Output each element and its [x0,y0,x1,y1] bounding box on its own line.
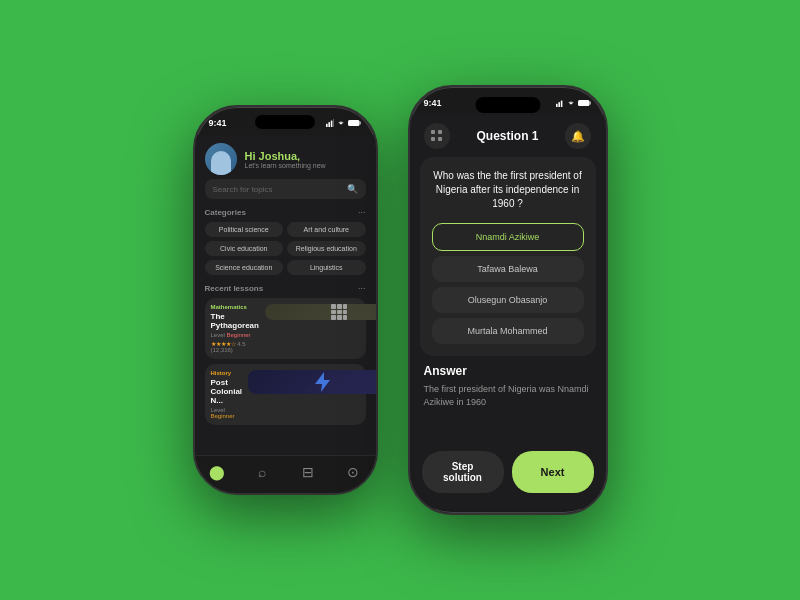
lesson-rating: ★★★★☆ 4.5 (12,316) [211,340,259,353]
lesson-level-math: Level Beginner [211,332,259,338]
phone-left-content: Hi Joshua, Let's learn something new Sea… [195,135,376,493]
greeting-sub: Let's learn something new [245,162,366,169]
search-icon: 🔍 [347,184,358,194]
svg-rect-9 [578,100,590,106]
status-icons-left [326,119,362,127]
lessons-more-icon[interactable]: ··· [358,283,366,293]
status-icons-right [556,99,592,107]
svg-rect-5 [359,122,361,125]
phones-container: 9:41 Hi Joshua, Let's learn something ne… [193,85,608,515]
category-chip[interactable]: Art and culture [287,222,366,237]
wifi-icon [337,119,345,127]
lesson-title-math: The Pythagorean [211,312,259,330]
svg-rect-0 [326,124,328,127]
quiz-content: Question 1 🔔 Who was the the first presi… [410,115,606,509]
categories-header: Categories ··· [205,207,366,217]
svg-rect-2 [330,121,332,127]
answer-option-2[interactable]: Olusegun Obasanjo [432,287,584,313]
svg-rect-3 [333,119,334,127]
answer-option-1[interactable]: Tafawa Balewa [432,256,584,282]
quiz-menu-icon[interactable] [424,123,450,149]
nav-profile-icon[interactable]: ⊙ [341,460,365,484]
answer-option-3[interactable]: Murtala Mohammed [432,318,584,344]
quiz-header: Question 1 🔔 [410,115,606,157]
category-chip[interactable]: Civic education [205,241,284,256]
quiz-bottom-buttons: Step solution Next [410,441,606,509]
lesson-info-history: History Post Colonial N... Level Beginne… [211,370,243,419]
recent-lessons: Mathematics The Pythagorean Level Beginn… [205,298,366,425]
recent-lessons-label: Recent lessons [205,284,264,293]
question-text: Who was the the first president of Niger… [432,169,584,211]
grid-dots-icon [431,130,443,142]
lesson-thumb-history [248,370,375,394]
lesson-title-history: Post Colonial N... [211,378,243,405]
search-placeholder: Search for topics [213,185,343,194]
answer-options: Nnamdi Azikiwe Tafawa Balewa Olusegun Ob… [432,223,584,344]
dynamic-island-left [255,115,315,129]
status-time-right: 9:41 [424,98,442,108]
lesson-thumb-math [265,304,376,320]
lesson-info-math: Mathematics The Pythagorean Level Beginn… [211,304,259,353]
notification-bell-icon[interactable]: 🔔 [565,123,591,149]
battery-icon [348,119,362,127]
lesson-subject-history: History [211,370,243,376]
answer-text: The first president of Nigeria was Nnamd… [424,383,592,408]
svg-rect-7 [558,102,560,107]
question-card: Who was the the first president of Niger… [420,157,596,356]
status-time-left: 9:41 [209,118,227,128]
signal-icon [326,119,334,127]
lesson-subject-math: Mathematics [211,304,259,310]
answer-label: Answer [424,364,592,378]
nav-bookmark-icon[interactable]: ⊟ [296,460,320,484]
step-solution-button[interactable]: Step solution [422,451,504,493]
svg-rect-8 [560,101,562,107]
bottom-nav: ⬤ ⌕ ⊟ ⊙ [195,455,376,493]
svg-rect-4 [348,120,360,126]
battery-icon-r [578,99,592,107]
user-header: Hi Joshua, Let's learn something new [205,135,366,179]
phone-right: 9:41 Question 1 🔔 [408,85,608,515]
nav-home-icon[interactable]: ⬤ [205,460,229,484]
answer-section: Answer The first president of Nigeria wa… [410,364,606,441]
categories-label: Categories [205,208,246,217]
quiz-title: Question 1 [476,129,538,143]
calc-icon [331,304,347,320]
next-button[interactable]: Next [512,451,594,493]
greeting-name: Hi Joshua, [245,150,366,162]
category-chip[interactable]: Political science [205,222,284,237]
category-chip[interactable]: Religious education [287,241,366,256]
avatar [205,143,237,175]
dynamic-island-right [475,97,540,113]
search-bar[interactable]: Search for topics 🔍 [205,179,366,199]
recent-lessons-header: Recent lessons ··· [205,283,366,293]
category-chip[interactable]: Science education [205,260,284,275]
nav-search-icon[interactable]: ⌕ [250,460,274,484]
categories-grid: Political science Art and culture Civic … [205,222,366,275]
greeting: Hi Joshua, Let's learn something new [245,150,366,169]
lesson-card-math[interactable]: Mathematics The Pythagorean Level Beginn… [205,298,366,359]
answer-option-0[interactable]: Nnamdi Azikiwe [432,223,584,251]
svg-rect-10 [589,102,591,105]
svg-rect-1 [328,122,330,127]
category-chip[interactable]: Linguistics [287,260,366,275]
lesson-card-history[interactable]: History Post Colonial N... Level Beginne… [205,364,366,425]
categories-more-icon[interactable]: ··· [358,207,366,217]
phone-left: 9:41 Hi Joshua, Let's learn something ne… [193,105,378,495]
lightning-icon [311,370,335,394]
wifi-icon-r [567,99,575,107]
svg-rect-6 [556,104,558,107]
signal-icon-r [556,99,564,107]
lesson-level-history: Level Beginner [211,407,243,419]
